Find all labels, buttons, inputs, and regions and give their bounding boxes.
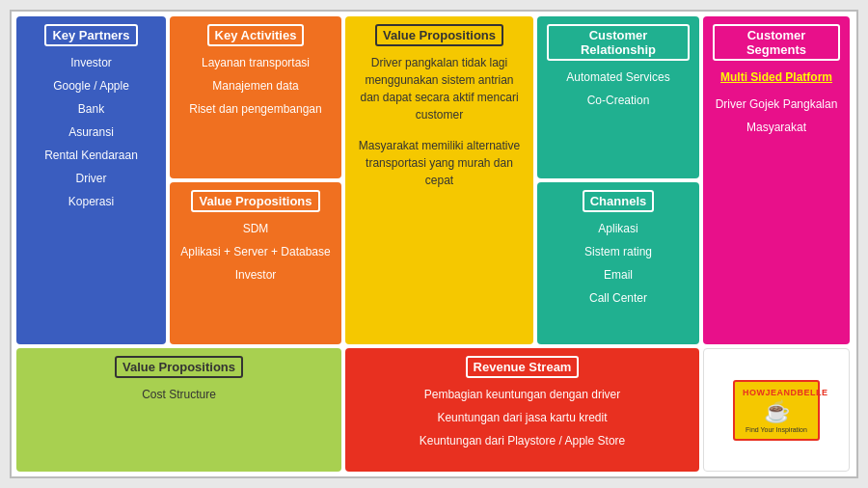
key-partners-item-4: Asuransi xyxy=(44,123,138,141)
cr-item-1: Automated Services xyxy=(566,68,669,86)
key-partners-item-6: Driver xyxy=(44,170,138,187)
cost-structure-cell: Value Propositions Cost Structure xyxy=(16,348,341,472)
value-propositions-ops-title: Value Propositions xyxy=(191,190,319,212)
rs-item-3: Keuntungan dari Playstore / Apple Store xyxy=(420,432,625,449)
key-partners-item-3: Bank xyxy=(44,100,138,118)
customer-segments-title: Customer Segments xyxy=(713,24,840,61)
rs-item-2: Keuntungan dari jasa kartu kredit xyxy=(420,409,625,426)
key-activities-item-3: Riset dan pengembangan xyxy=(189,100,321,118)
ch-item-4: Call Center xyxy=(584,289,652,307)
key-partners-title: Key Partners xyxy=(44,24,137,46)
ch-item-1: Aplikasi xyxy=(584,220,652,237)
revenue-stream-title: Revenue Stream xyxy=(466,356,580,378)
logo-icon: ☕ xyxy=(743,399,810,424)
logo-box: HOWJEANDBELLE ☕ Find Your Inspiration xyxy=(733,380,820,441)
ch-item-2: Sistem rating xyxy=(584,243,652,260)
customer-segments-body: Multi Sided Platform Driver Gojek Pangka… xyxy=(716,68,838,142)
customer-relationship-cell: Customer Relationship Automated Services… xyxy=(537,16,699,178)
key-activities-body: Layanan transportasi Manajemen data Rise… xyxy=(189,54,321,123)
customer-segments-subtitle: Multi Sided Platform xyxy=(716,68,838,86)
key-activities-item-2: Manajemen data xyxy=(189,77,321,95)
key-partners-cell: Key Partners Investor Google / Apple Ban… xyxy=(16,16,166,344)
logo-cell: HOWJEANDBELLE ☕ Find Your Inspiration xyxy=(703,348,850,472)
value-propositions-body2: Masyarakat memiliki alternative transpor… xyxy=(355,137,524,189)
value-propositions-ops-cell: Value Propositions SDM Aplikasi + Server… xyxy=(170,182,341,344)
vp-ops-item-3: Investor xyxy=(180,266,330,284)
key-activities-item-1: Layanan transportasi xyxy=(189,54,321,71)
revenue-stream-cell: Revenue Stream Pembagian keuntungan deng… xyxy=(345,348,699,472)
logo-title: HOWJEANDBELLE xyxy=(743,388,810,397)
value-propositions-main-cell: Value Propositions Driver pangkalan tida… xyxy=(345,16,533,344)
cr-item-2: Co-Creation xyxy=(566,92,669,109)
ch-item-3: Email xyxy=(584,266,652,284)
vp-ops-item-2: Aplikasi + Server + Database xyxy=(180,243,330,260)
cost-structure-text: Cost Structure xyxy=(142,386,216,403)
cost-structure-title: Value Propositions xyxy=(115,356,243,378)
key-activities-title: Key Activities xyxy=(207,24,305,46)
cs-item-2: Masyarakat xyxy=(716,119,838,136)
key-partners-body: Investor Google / Apple Bank Asuransi Re… xyxy=(44,54,138,216)
cost-structure-body: Cost Structure xyxy=(142,386,216,409)
revenue-stream-body: Pembagian keuntungan dengan driver Keunt… xyxy=(420,386,625,455)
key-partners-item-5: Rental Kendaraan xyxy=(44,147,138,164)
customer-segments-cell: Customer Segments Multi Sided Platform D… xyxy=(703,16,850,344)
key-partners-item-7: Koperasi xyxy=(44,193,138,210)
channels-cell: Channels Aplikasi Sistem rating Email Ca… xyxy=(537,182,699,344)
channels-body: Aplikasi Sistem rating Email Call Center xyxy=(584,220,652,312)
value-propositions-main-title: Value Propositions xyxy=(375,24,503,46)
rs-item-1: Pembagian keuntungan dengan driver xyxy=(420,386,625,403)
key-activities-cell: Key Activities Layanan transportasi Mana… xyxy=(170,16,341,178)
value-propositions-body1: Driver pangkalan tidak lagi menggunakan … xyxy=(355,54,524,123)
key-partners-item-1: Investor xyxy=(44,54,138,71)
value-propositions-ops-body: SDM Aplikasi + Server + Database Investo… xyxy=(180,220,330,289)
vp-ops-item-1: SDM xyxy=(180,220,330,237)
value-propositions-main-body: Driver pangkalan tidak lagi menggunakan … xyxy=(355,54,524,195)
logo-subtitle: Find Your Inspiration xyxy=(743,426,810,433)
key-partners-item-2: Google / Apple xyxy=(44,77,138,95)
customer-relationship-body: Automated Services Co-Creation xyxy=(566,68,669,115)
customer-relationship-title: Customer Relationship xyxy=(547,24,690,61)
channels-title: Channels xyxy=(583,190,655,212)
cs-item-1: Driver Gojek Pangkalan xyxy=(716,95,838,113)
